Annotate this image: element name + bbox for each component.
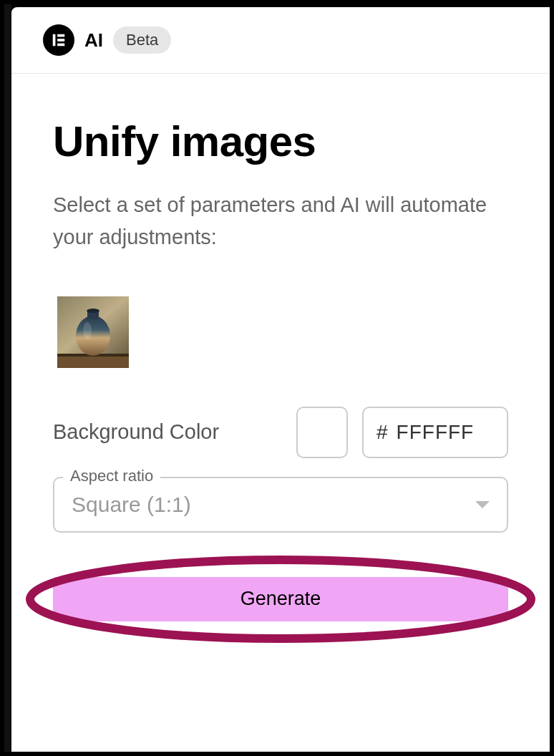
background-color-label: Background Color	[53, 420, 282, 444]
svg-rect-5	[57, 355, 129, 368]
hex-hash: #	[376, 421, 388, 444]
generate-button[interactable]: Generate	[53, 577, 508, 621]
header-ai-label: AI	[84, 29, 103, 52]
svg-rect-0	[53, 34, 56, 47]
generate-wrap: Generate	[53, 577, 508, 621]
svg-rect-1	[57, 34, 64, 37]
color-swatch[interactable]	[296, 407, 348, 458]
panel-content: Unify images Select a set of parameters …	[11, 74, 550, 621]
svg-point-9	[87, 309, 99, 313]
page-title: Unify images	[53, 117, 508, 166]
vase-thumbnail-icon	[57, 296, 129, 368]
image-thumbnail[interactable]	[57, 296, 129, 368]
svg-rect-3	[57, 44, 64, 47]
svg-point-7	[76, 316, 110, 356]
chevron-down-icon	[475, 501, 490, 508]
color-code-box[interactable]: #	[362, 407, 508, 458]
panel-header: AI Beta	[11, 7, 550, 74]
svg-rect-2	[57, 39, 64, 42]
elementor-logo-icon	[43, 24, 74, 56]
ai-panel: AI Beta Unify images Select a set of par…	[11, 7, 550, 752]
background-color-row: Background Color #	[53, 407, 508, 458]
aspect-ratio-float-label: Aspect ratio	[63, 467, 160, 485]
hex-input[interactable]	[397, 421, 490, 444]
aspect-ratio-field: Aspect ratio Square (1:1)	[53, 477, 508, 533]
beta-badge: Beta	[113, 26, 171, 54]
svg-point-10	[83, 322, 92, 339]
page-subtitle: Select a set of parameters and AI will a…	[53, 189, 508, 253]
aspect-ratio-value: Square (1:1)	[72, 493, 191, 517]
